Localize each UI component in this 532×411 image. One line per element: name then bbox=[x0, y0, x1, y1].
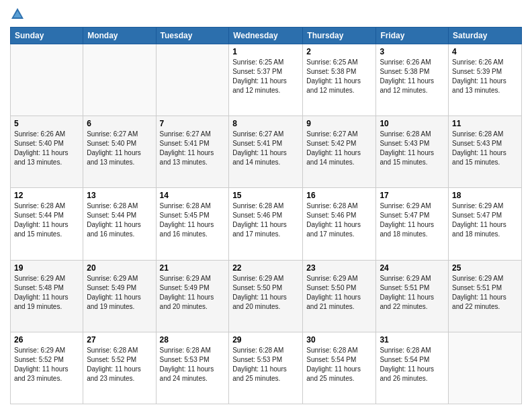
daylight-text: Daylight: 11 hours and 12 minutes. bbox=[380, 77, 445, 95]
day-cell: 15Sunrise: 6:28 AMSunset: 5:46 PMDayligh… bbox=[229, 188, 303, 260]
day-info: Sunrise: 6:28 AMSunset: 5:53 PMDaylight:… bbox=[160, 346, 226, 383]
daylight-text: Daylight: 11 hours and 17 minutes. bbox=[232, 220, 299, 239]
daylight-text: Daylight: 11 hours and 14 minutes. bbox=[306, 148, 372, 167]
day-cell: 7Sunrise: 6:27 AMSunset: 5:41 PMDaylight… bbox=[156, 116, 229, 188]
logo-icon bbox=[10, 7, 25, 21]
day-cell: 11Sunrise: 6:28 AMSunset: 5:43 PMDayligh… bbox=[449, 116, 522, 188]
daylight-text: Daylight: 11 hours and 16 minutes. bbox=[87, 220, 152, 239]
week-row-3: 19Sunrise: 6:29 AMSunset: 5:48 PMDayligh… bbox=[11, 260, 522, 332]
day-cell: 16Sunrise: 6:28 AMSunset: 5:46 PMDayligh… bbox=[303, 188, 376, 260]
sunrise-text: Sunrise: 6:28 AM bbox=[306, 346, 372, 355]
daylight-text: Daylight: 11 hours and 16 minutes. bbox=[160, 220, 226, 239]
day-info: Sunrise: 6:29 AMSunset: 5:49 PMDaylight:… bbox=[87, 274, 152, 312]
day-number: 11 bbox=[452, 119, 518, 128]
daylight-text: Daylight: 11 hours and 20 minutes. bbox=[232, 293, 299, 312]
week-row-2: 12Sunrise: 6:28 AMSunset: 5:44 PMDayligh… bbox=[11, 188, 522, 260]
weekday-header-wednesday: Wednesday bbox=[229, 28, 303, 44]
daylight-text: Daylight: 11 hours and 17 minutes. bbox=[306, 220, 372, 239]
sunset-text: Sunset: 5:53 PM bbox=[160, 355, 226, 365]
day-cell: 3Sunrise: 6:26 AMSunset: 5:38 PMDaylight… bbox=[376, 44, 449, 116]
sunset-text: Sunset: 5:40 PM bbox=[87, 139, 152, 148]
sunrise-text: Sunrise: 6:29 AM bbox=[232, 274, 299, 283]
header bbox=[10, 7, 522, 21]
sunset-text: Sunset: 5:52 PM bbox=[14, 355, 79, 365]
day-number: 28 bbox=[160, 335, 226, 345]
day-number: 31 bbox=[380, 335, 445, 345]
day-cell: 31Sunrise: 6:28 AMSunset: 5:54 PMDayligh… bbox=[376, 332, 449, 404]
sunrise-text: Sunrise: 6:28 AM bbox=[160, 346, 226, 355]
day-cell: 17Sunrise: 6:29 AMSunset: 5:47 PMDayligh… bbox=[376, 188, 449, 260]
sunset-text: Sunset: 5:53 PM bbox=[232, 355, 299, 365]
day-info: Sunrise: 6:26 AMSunset: 5:38 PMDaylight:… bbox=[380, 58, 445, 95]
daylight-text: Daylight: 11 hours and 21 minutes. bbox=[306, 293, 372, 312]
sunrise-text: Sunrise: 6:29 AM bbox=[380, 274, 445, 283]
sunset-text: Sunset: 5:41 PM bbox=[232, 139, 299, 148]
sunset-text: Sunset: 5:44 PM bbox=[14, 211, 79, 220]
day-info: Sunrise: 6:28 AMSunset: 5:46 PMDaylight:… bbox=[306, 201, 372, 239]
day-number: 5 bbox=[14, 119, 79, 128]
sunrise-text: Sunrise: 6:29 AM bbox=[14, 346, 79, 355]
day-number: 3 bbox=[380, 47, 445, 56]
weekday-header-friday: Friday bbox=[376, 28, 449, 44]
day-info: Sunrise: 6:29 AMSunset: 5:49 PMDaylight:… bbox=[160, 274, 226, 312]
day-number: 16 bbox=[306, 191, 372, 200]
sunrise-text: Sunrise: 6:27 AM bbox=[306, 130, 372, 139]
day-cell bbox=[156, 44, 229, 116]
sunrise-text: Sunrise: 6:28 AM bbox=[232, 201, 299, 211]
day-number: 19 bbox=[14, 263, 79, 273]
day-number: 24 bbox=[380, 263, 445, 273]
day-number: 21 bbox=[160, 263, 226, 273]
day-info: Sunrise: 6:25 AMSunset: 5:37 PMDaylight:… bbox=[232, 58, 299, 95]
day-info: Sunrise: 6:27 AMSunset: 5:41 PMDaylight:… bbox=[160, 130, 226, 167]
sunrise-text: Sunrise: 6:29 AM bbox=[160, 274, 226, 283]
daylight-text: Daylight: 11 hours and 12 minutes. bbox=[306, 77, 372, 95]
daylight-text: Daylight: 11 hours and 25 minutes. bbox=[306, 365, 372, 383]
sunrise-text: Sunrise: 6:27 AM bbox=[232, 130, 299, 139]
day-cell: 22Sunrise: 6:29 AMSunset: 5:50 PMDayligh… bbox=[229, 260, 303, 332]
day-info: Sunrise: 6:27 AMSunset: 5:41 PMDaylight:… bbox=[232, 130, 299, 167]
day-info: Sunrise: 6:29 AMSunset: 5:47 PMDaylight:… bbox=[452, 201, 518, 239]
week-row-0: 1Sunrise: 6:25 AMSunset: 5:37 PMDaylight… bbox=[11, 44, 522, 116]
sunset-text: Sunset: 5:50 PM bbox=[306, 283, 372, 293]
sunset-text: Sunset: 5:47 PM bbox=[452, 211, 518, 220]
day-number: 2 bbox=[306, 47, 372, 56]
weekday-header-tuesday: Tuesday bbox=[156, 28, 229, 44]
sunset-text: Sunset: 5:46 PM bbox=[306, 211, 372, 220]
day-number: 14 bbox=[160, 191, 226, 200]
day-info: Sunrise: 6:28 AMSunset: 5:54 PMDaylight:… bbox=[380, 346, 445, 383]
day-info: Sunrise: 6:25 AMSunset: 5:38 PMDaylight:… bbox=[306, 58, 372, 95]
sunset-text: Sunset: 5:50 PM bbox=[232, 283, 299, 293]
sunrise-text: Sunrise: 6:27 AM bbox=[160, 130, 226, 139]
weekday-header-thursday: Thursday bbox=[303, 28, 376, 44]
day-number: 23 bbox=[306, 263, 372, 273]
daylight-text: Daylight: 11 hours and 14 minutes. bbox=[232, 148, 299, 167]
day-info: Sunrise: 6:28 AMSunset: 5:44 PMDaylight:… bbox=[87, 201, 152, 239]
sunset-text: Sunset: 5:52 PM bbox=[87, 355, 152, 365]
day-cell bbox=[83, 44, 156, 116]
sunset-text: Sunset: 5:46 PM bbox=[232, 211, 299, 220]
day-cell: 5Sunrise: 6:26 AMSunset: 5:40 PMDaylight… bbox=[11, 116, 83, 188]
daylight-text: Daylight: 11 hours and 22 minutes. bbox=[380, 293, 445, 312]
daylight-text: Daylight: 11 hours and 13 minutes. bbox=[160, 148, 226, 167]
sunset-text: Sunset: 5:51 PM bbox=[452, 283, 518, 293]
sunrise-text: Sunrise: 6:29 AM bbox=[452, 274, 518, 283]
sunset-text: Sunset: 5:44 PM bbox=[87, 211, 152, 220]
daylight-text: Daylight: 11 hours and 26 minutes. bbox=[380, 365, 445, 383]
daylight-text: Daylight: 11 hours and 22 minutes. bbox=[452, 293, 518, 312]
day-cell: 12Sunrise: 6:28 AMSunset: 5:44 PMDayligh… bbox=[11, 188, 83, 260]
daylight-text: Daylight: 11 hours and 19 minutes. bbox=[14, 293, 79, 312]
sunset-text: Sunset: 5:49 PM bbox=[160, 283, 226, 293]
weekday-header-saturday: Saturday bbox=[449, 28, 522, 44]
sunrise-text: Sunrise: 6:29 AM bbox=[14, 274, 79, 283]
day-number: 1 bbox=[232, 47, 299, 56]
day-info: Sunrise: 6:29 AMSunset: 5:51 PMDaylight:… bbox=[380, 274, 445, 312]
daylight-text: Daylight: 11 hours and 12 minutes. bbox=[232, 77, 299, 95]
weekday-header-row: SundayMondayTuesdayWednesdayThursdayFrid… bbox=[11, 28, 522, 44]
day-number: 27 bbox=[87, 335, 152, 345]
sunrise-text: Sunrise: 6:26 AM bbox=[452, 58, 518, 67]
sunrise-text: Sunrise: 6:28 AM bbox=[87, 346, 152, 355]
sunset-text: Sunset: 5:47 PM bbox=[380, 211, 445, 220]
sunrise-text: Sunrise: 6:28 AM bbox=[306, 201, 372, 211]
sunrise-text: Sunrise: 6:28 AM bbox=[87, 201, 152, 211]
day-number: 12 bbox=[14, 191, 79, 200]
